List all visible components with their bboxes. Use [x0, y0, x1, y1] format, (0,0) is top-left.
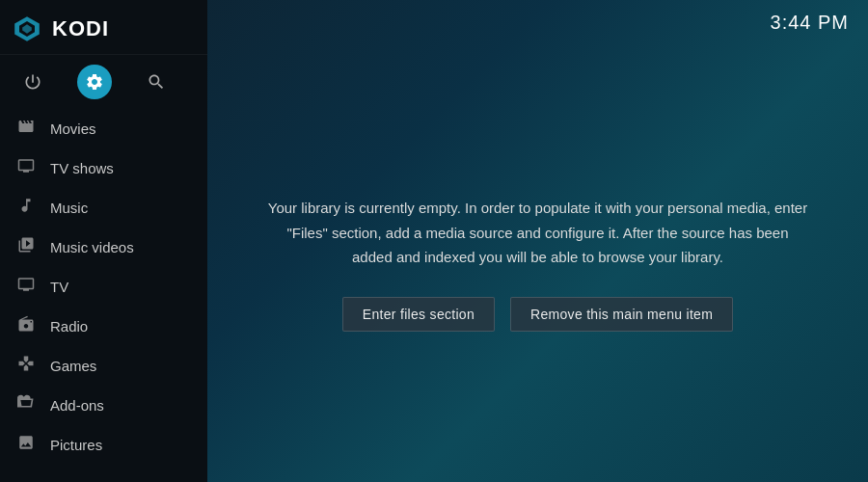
tv-shows-label: TV shows	[50, 160, 114, 176]
radio-icon	[15, 315, 37, 337]
tv-icon	[15, 276, 37, 298]
movies-icon	[15, 118, 37, 140]
movies-label: Movies	[50, 120, 96, 137]
power-button[interactable]	[15, 65, 50, 99]
action-buttons: Enter files section Remove this main men…	[342, 297, 733, 332]
nav-item-music[interactable]: Music	[0, 188, 207, 228]
nav-item-games[interactable]: Games	[0, 346, 207, 386]
nav-item-tv-shows[interactable]: TV shows	[0, 148, 207, 188]
content-area: Your library is currently empty. In orde…	[207, 45, 868, 482]
nav-item-radio[interactable]: Radio	[0, 307, 207, 346]
nav-item-movies[interactable]: Movies	[0, 109, 207, 148]
main-content: 3:44 PM Your library is currently empty.…	[207, 0, 868, 482]
add-ons-icon	[15, 394, 37, 416]
games-icon	[15, 355, 37, 377]
nav-item-tv[interactable]: TV	[0, 267, 207, 307]
app-title: KODI	[52, 16, 109, 41]
sidebar-controls	[0, 55, 207, 109]
search-button[interactable]	[139, 65, 174, 99]
power-icon	[23, 72, 42, 92]
music-label: Music	[50, 200, 88, 216]
library-message: Your library is currently empty. In orde…	[265, 196, 810, 270]
settings-icon	[85, 72, 104, 92]
enter-files-button[interactable]: Enter files section	[342, 297, 495, 332]
pictures-icon	[15, 434, 37, 456]
nav-item-pictures[interactable]: Pictures	[0, 425, 207, 465]
sidebar-header: KODI	[0, 0, 207, 55]
main-nav: Movies TV shows Music Music videos TV	[0, 109, 207, 482]
tv-shows-icon	[15, 157, 37, 179]
radio-label: Radio	[50, 318, 88, 335]
nav-item-add-ons[interactable]: Add-ons	[0, 386, 207, 425]
music-icon	[15, 197, 37, 219]
games-label: Games	[50, 358, 96, 374]
clock: 3:44 PM	[771, 12, 849, 34]
remove-menu-item-button[interactable]: Remove this main menu item	[510, 297, 733, 332]
nav-item-music-videos[interactable]: Music videos	[0, 228, 207, 267]
topbar: 3:44 PM	[207, 0, 868, 45]
settings-button[interactable]	[77, 65, 112, 99]
tv-label: TV	[50, 279, 68, 295]
pictures-label: Pictures	[50, 437, 102, 453]
search-icon	[147, 72, 166, 92]
music-videos-icon	[15, 236, 37, 258]
music-videos-label: Music videos	[50, 239, 134, 255]
kodi-logo-icon	[12, 13, 42, 44]
sidebar: KODI Movies TV	[0, 0, 207, 482]
add-ons-label: Add-ons	[50, 397, 104, 414]
